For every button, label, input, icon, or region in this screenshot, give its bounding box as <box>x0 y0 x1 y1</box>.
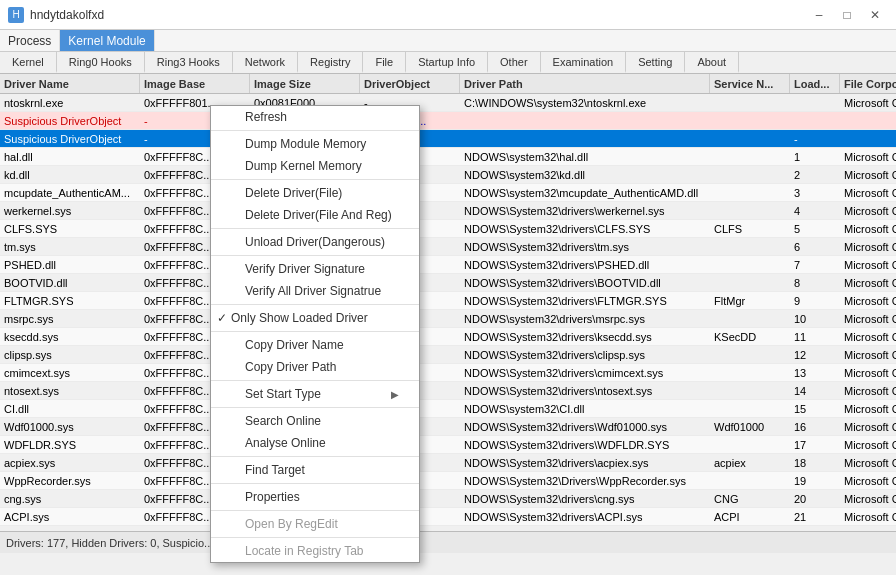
context-menu-label: Unload Driver(Dangerous) <box>245 235 399 249</box>
tab-about[interactable]: About <box>685 52 739 73</box>
context-menu-label: Find Target <box>245 463 399 477</box>
table-row[interactable]: msrpc.sys0xFFFFF8C...NDOWS\system32\driv… <box>0 310 896 328</box>
context-menu-label: Open By RegEdit <box>245 517 399 531</box>
context-menu-separator <box>211 380 419 381</box>
table-row[interactable]: ksecdd.sys0xFFFFF8C...NDOWS\System32\dri… <box>0 328 896 346</box>
maximize-button[interactable]: □ <box>834 5 860 25</box>
table-row[interactable]: Suspicious DriverObject-- <box>0 130 896 148</box>
submenu-arrow-icon: ▶ <box>391 389 399 400</box>
table-row[interactable]: kd.dll0xFFFFF8C...NDOWS\system32\kd.dll2… <box>0 166 896 184</box>
context-menu-label: Only Show Loaded Driver <box>231 311 399 325</box>
context-menu-item[interactable]: Find Target <box>211 459 419 481</box>
context-menu-label: Dump Module Memory <box>245 137 399 151</box>
context-menu-item[interactable]: Dump Module Memory <box>211 133 419 155</box>
col-header-name[interactable]: Driver Name <box>0 74 140 93</box>
tab-ring3hooks[interactable]: Ring3 Hooks <box>145 52 233 73</box>
tab-startup[interactable]: Startup Info <box>406 52 488 73</box>
context-menu-label: Locate in Registry Tab <box>245 544 399 558</box>
status-bar: Drivers: 177, Hidden Drivers: 0, Suspici… <box>0 531 896 553</box>
tab-bar: Kernel Ring0 Hooks Ring3 Hooks Network R… <box>0 52 896 74</box>
context-menu-item[interactable]: Delete Driver(File) <box>211 182 419 204</box>
table-row[interactable]: ntoskrnl.exe0xFFFFF801...0x0081F000-C:\W… <box>0 94 896 112</box>
tab-other[interactable]: Other <box>488 52 541 73</box>
context-menu-item[interactable]: Verify All Driver Signatrue <box>211 280 419 302</box>
context-menu-item[interactable]: Dump Kernel Memory <box>211 155 419 177</box>
context-menu-item[interactable]: ✓Only Show Loaded Driver <box>211 307 419 329</box>
col-header-size[interactable]: Image Size <box>250 74 360 93</box>
table-row[interactable]: PSHED.dll0xFFFFF8C...NDOWS\System32\driv… <box>0 256 896 274</box>
context-menu-label: Delete Driver(File And Reg) <box>245 208 399 222</box>
context-menu-separator <box>211 483 419 484</box>
col-header-obj[interactable]: DriverObject <box>360 74 460 93</box>
table-row[interactable]: tm.sys0xFFFFF8C...NDOWS\System32\drivers… <box>0 238 896 256</box>
tab-file[interactable]: File <box>363 52 406 73</box>
table-row[interactable]: cng.sys0xFFFFF8C...NDOWS\System32\driver… <box>0 490 896 508</box>
menu-kernel-module[interactable]: Kernel Module <box>60 30 154 51</box>
table-row[interactable]: WDFLDR.SYS0xFFFFF8C...NDOWS\System32\dri… <box>0 436 896 454</box>
table-row[interactable]: ntosext.sys0xFFFFF8C...NDOWS\System32\dr… <box>0 382 896 400</box>
table-row[interactable]: Suspicious DriverObject--0xFFFBD8... <box>0 112 896 130</box>
table-row[interactable]: Wdf01000.sys0xFFFFF8C...NDOWS\System32\d… <box>0 418 896 436</box>
context-menu-label: Copy Driver Name <box>245 338 399 352</box>
col-header-base[interactable]: Image Base <box>140 74 250 93</box>
table-row[interactable]: ACPI.sys0xFFFFF8C...NDOWS\System32\drive… <box>0 508 896 526</box>
context-menu-separator <box>211 331 419 332</box>
context-menu-item[interactable]: Unload Driver(Dangerous) <box>211 231 419 253</box>
table-header: Driver Name Image Base Image Size Driver… <box>0 74 896 94</box>
context-menu-item[interactable]: Refresh <box>211 106 419 128</box>
table-row[interactable]: clipsp.sys0xFFFFF8C...NDOWS\System32\dri… <box>0 346 896 364</box>
context-menu-item[interactable]: Analyse Online <box>211 432 419 454</box>
context-menu-label: Search Online <box>245 414 399 428</box>
app-icon: H <box>8 7 24 23</box>
tab-registry[interactable]: Registry <box>298 52 363 73</box>
driver-table-container: Driver Name Image Base Image Size Driver… <box>0 74 896 553</box>
tab-examination[interactable]: Examination <box>541 52 627 73</box>
context-menu-item[interactable]: Set Start Type▶ <box>211 383 419 405</box>
context-menu-separator <box>211 228 419 229</box>
table-row[interactable]: mcupdate_AuthenticAM...0xFFFFF8C...NDOWS… <box>0 184 896 202</box>
tab-kernel[interactable]: Kernel <box>0 52 57 73</box>
col-header-path[interactable]: Driver Path <box>460 74 710 93</box>
context-menu-item[interactable]: Copy Driver Path <box>211 356 419 378</box>
table-row[interactable]: acpiex.sys0xFFFFF8C...NDOWS\System32\dri… <box>0 454 896 472</box>
tab-ring0hooks[interactable]: Ring0 Hooks <box>57 52 145 73</box>
col-header-load[interactable]: Load... <box>790 74 840 93</box>
context-menu-separator <box>211 537 419 538</box>
context-menu-item[interactable]: Copy Driver Name <box>211 334 419 356</box>
context-menu-label: Properties <box>245 490 399 504</box>
window-title: hndytdakolfxd <box>30 8 104 22</box>
tab-network[interactable]: Network <box>233 52 298 73</box>
table-row[interactable]: hal.dll0xFFFFF8C...NDOWS\system32\hal.dl… <box>0 148 896 166</box>
context-menu-label: Copy Driver Path <box>245 360 399 374</box>
col-header-corp[interactable]: File Corporat... <box>840 74 896 93</box>
table-row[interactable]: BOOTVID.dll0xFFFFF8C...NDOWS\System32\dr… <box>0 274 896 292</box>
tab-setting[interactable]: Setting <box>626 52 685 73</box>
table-row[interactable]: WppRecorder.sys0xFFFFF8C...NDOWS\System3… <box>0 472 896 490</box>
table-row[interactable]: werkernel.sys0xFFFFF8C...NDOWS\System32\… <box>0 202 896 220</box>
table-row[interactable]: FLTMGR.SYS0xFFFFF8C...NDOWS\System32\dri… <box>0 292 896 310</box>
context-menu-separator <box>211 456 419 457</box>
context-menu-item[interactable]: Open By RegEdit <box>211 513 419 535</box>
context-menu-item[interactable]: Properties <box>211 486 419 508</box>
minimize-button[interactable]: – <box>806 5 832 25</box>
context-menu-separator <box>211 255 419 256</box>
menu-process[interactable]: Process <box>0 30 60 51</box>
context-menu-label: Verify All Driver Signatrue <box>245 284 399 298</box>
context-menu-item[interactable]: Locate in Registry Tab <box>211 540 419 562</box>
context-menu-item[interactable]: Search Online <box>211 410 419 432</box>
context-menu: RefreshDump Module MemoryDump Kernel Mem… <box>210 105 420 563</box>
table-row[interactable]: CI.dll0xFFFFF8C...NDOWS\system32\CI.dll1… <box>0 400 896 418</box>
table-row[interactable]: CLFS.SYS0xFFFFF8C...NDOWS\System32\drive… <box>0 220 896 238</box>
context-menu-label: Dump Kernel Memory <box>245 159 399 173</box>
checkmark-icon: ✓ <box>217 311 231 325</box>
context-menu-item[interactable]: Verify Driver Signature <box>211 258 419 280</box>
window-controls: – □ ✕ <box>806 5 888 25</box>
context-menu-item[interactable]: Delete Driver(File And Reg) <box>211 204 419 226</box>
close-button[interactable]: ✕ <box>862 5 888 25</box>
context-menu-separator <box>211 179 419 180</box>
context-menu-label: Delete Driver(File) <box>245 186 399 200</box>
table-row[interactable]: cmimcext.sys0xFFFFF8C...NDOWS\System32\d… <box>0 364 896 382</box>
context-menu-separator <box>211 407 419 408</box>
context-menu-label: Analyse Online <box>245 436 399 450</box>
col-header-svc[interactable]: Service N... <box>710 74 790 93</box>
